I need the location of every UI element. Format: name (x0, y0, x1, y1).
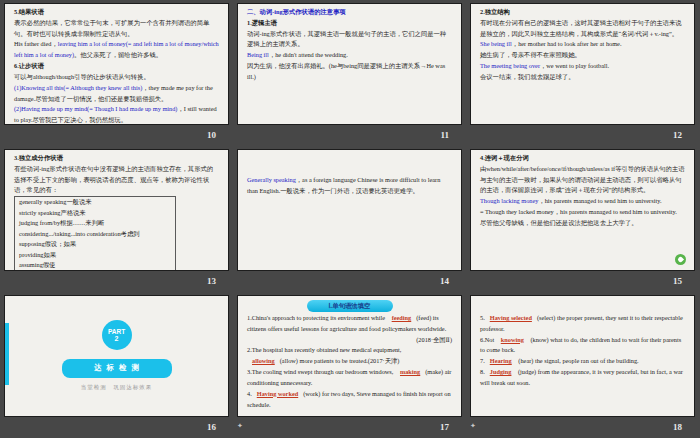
slide-meta: 15 (470, 274, 691, 287)
box-item: considering.../taking...into considerati… (19, 229, 171, 239)
box-item: assuming假使 (19, 260, 171, 270)
slide-meta: 12 (470, 128, 691, 141)
answer-blank: making (395, 368, 425, 375)
text-segment: (2018·全国Ⅱ) (416, 336, 452, 343)
slide-paragraph: 由when/while/after/before/once/if/though/… (480, 164, 685, 196)
slide-paragraph: 4.Having worked(work) for two days, Stev… (247, 389, 452, 411)
slide-paragraph: 4.连词＋现在分词 (480, 153, 685, 164)
slide-number: 12 (673, 130, 682, 140)
slide-paragraph: 会议一结束，我们就去踢足球了。 (480, 72, 685, 83)
section-title-button[interactable]: 达标检测 (62, 359, 172, 378)
answer-blank: Judging (485, 368, 517, 375)
text-segment: 由when/while/after/before/once/if/though/… (480, 165, 684, 194)
slide-paragraph: 2.The hospital has recently obtained new… (247, 345, 452, 367)
text-segment: (2)Having made up my mind(= Though I had… (14, 105, 177, 112)
slide-paragraph: She being ill，her mother had to look aft… (480, 39, 685, 50)
answer-blank: Hearing (485, 357, 517, 364)
transition-star-icon[interactable]: ✦ (237, 423, 243, 430)
slide-thumbnail-11[interactable]: 二、动词-ing形式作状语的注意事项1.逻辑主语动词-ing形式作状语，其逻辑主… (237, 3, 462, 125)
box-item: supposing假设；如果 (19, 239, 171, 249)
comment-adverbial-box: generally speaking一般说来strictly speaking严… (14, 196, 176, 271)
section-badge: Ⅰ.单句语法填空 (307, 300, 393, 312)
slide-meta: 10 (4, 128, 225, 141)
slide-paragraph: Though lacking money，his parents managed… (480, 196, 685, 207)
slide-thumbnail-10[interactable]: 5.结果状语表示必然的结果，它常常位于句末，可扩展为一个含有并列谓语的简单句。有… (4, 3, 229, 125)
text-segment: ，her mother had to look after her at hom… (512, 40, 622, 47)
part-badge: PART2 (102, 320, 132, 350)
text-segment: ，he didn't attend the wedding. (269, 51, 348, 58)
slide-paragraph: His father died，leaving him a lot of mon… (14, 39, 219, 61)
slide-cell: 4.连词＋现在分词由when/while/after/before/once/i… (466, 146, 700, 292)
slide-paragraph: 有时现在分词有自己的逻辑主语，这时其逻辑主语相对于句子的主语来说是独立的，因此又… (480, 18, 685, 40)
slide-cell: 二、动词-ing形式作状语的注意事项1.逻辑主语动词-ing形式作状语，其逻辑主… (233, 0, 466, 146)
slide-paragraph: 3.The cooling wind swept through our bed… (247, 367, 452, 389)
text-segment: 表示必然的结果，它常常位于句末，可扩展为一个含有并列谓语的简单句。有时也可以转换… (14, 19, 209, 37)
text-segment: 6.Not (480, 336, 496, 343)
text-segment: ，his parents managed to send him to univ… (538, 197, 661, 204)
slide-cell: 2.独立结构有时现在分词有自己的逻辑主语，这时其逻辑主语相对于句子的主语来说是独… (466, 0, 700, 146)
text-segment: ，we went to play football. (540, 62, 609, 69)
slide-sorter-grid: 5.结果状语表示必然的结果，它常常位于句末，可扩展为一个含有并列谓语的简单句。有… (0, 0, 700, 438)
slide-meta: 13 (4, 274, 225, 287)
slide-number: 11 (440, 130, 449, 140)
text-segment: She being ill (480, 40, 512, 47)
leaf-glyph (677, 256, 684, 263)
slide-thumbnail-17[interactable]: Ⅰ.单句语法填空1.China's approach to protecting… (237, 295, 462, 417)
text-segment: 3.The cooling wind swept through our bed… (247, 368, 395, 375)
slide-thumbnail-18[interactable]: 5.Having selected(select) the proper pre… (470, 295, 695, 417)
slide-meta: ✦18 (470, 420, 691, 433)
answer-blank: allowing (247, 357, 280, 364)
text-segment: 动词-ing形式作状语，其逻辑主语一般就是句子的主语，它们之间是一种逻辑上的主谓… (247, 30, 446, 48)
box-item: generally speaking一般说来 (19, 197, 171, 207)
text-segment: 因为生病，他没有出席婚礼。(he与being间是逻辑上的主谓关系→He was … (247, 62, 445, 80)
slide-meta: ✦17 (237, 420, 458, 433)
slide-number: 16 (207, 422, 216, 432)
text-segment: 4.连词＋现在分词 (480, 154, 529, 161)
text-segment: 1.China's approach to protecting its env… (247, 314, 387, 321)
text-segment: 有时现在分词有自己的逻辑主语，这时其逻辑主语相对于句子的主语来说是独立的，因此又… (480, 19, 682, 37)
slide-paragraph: (2018·全国Ⅱ) (247, 335, 452, 346)
text-segment: 尽管他父母缺钱，但是他们还是设法把他送去上大学了。 (480, 219, 637, 226)
slide-thumbnail-14[interactable]: Generally speaking，as a foreign language… (237, 149, 462, 271)
slide-number: 17 (440, 422, 449, 432)
slide-number: 15 (673, 276, 682, 286)
slide-paragraph: 3.独立成分作状语 (14, 153, 219, 164)
slide-number: 10 (207, 130, 216, 140)
slide-paragraph: Generally speaking，as a foreign language… (247, 175, 452, 197)
slide-thumbnail-15[interactable]: 4.连词＋现在分词由when/while/after/before/once/i… (470, 149, 695, 271)
text-segment: 2.The hospital has recently obtained new… (247, 346, 401, 353)
answer-blank: knowing (496, 336, 529, 343)
slide-paragraph: 5.Having selected(select) the proper pre… (480, 313, 685, 335)
text-segment: 1.逻辑主语 (247, 19, 277, 26)
slide-paragraph: 有些动词-ing形式作状语在句中没有逻辑上的主语而独立存在，其形式的选择不受上下… (14, 164, 219, 196)
text-segment: Generally speaking (247, 176, 296, 183)
slide-paragraph: 8.Judging (judge) from the appearance, i… (480, 367, 685, 389)
slide-cell: 5.结果状语表示必然的结果，它常常位于句末，可扩展为一个含有并列谓语的简单句。有… (0, 0, 233, 146)
slide-paragraph: 7.Hearing (hear) the signal, people ran … (480, 356, 685, 367)
slide-paragraph: = Though they lacked money，his parents m… (480, 207, 685, 218)
slide-number: 18 (673, 422, 682, 432)
box-item: strictly speaking严格说来 (19, 208, 171, 218)
box-item: judging from/by根据……来判断 (19, 218, 171, 228)
text-segment: 有些动词-ing形式作状语在句中没有逻辑上的主语而独立存在，其形式的选择不受上下… (14, 165, 213, 194)
transition-star-icon[interactable]: ✦ (470, 423, 476, 430)
answer-blank: Having worked (252, 390, 303, 397)
accent-bar (5, 323, 9, 385)
text-segment: 她生病了，母亲不得不在家照顾她。 (480, 51, 581, 58)
slide-paragraph: (1)Knowing all this(= Although they knew… (14, 83, 219, 105)
slide-thumbnail-13[interactable]: 3.独立成分作状语有些动词-ing形式作状语在句中没有逻辑上的主语而独立存在，其… (4, 149, 229, 271)
return-icon[interactable] (675, 254, 686, 265)
slide-thumbnail-12[interactable]: 2.独立结构有时现在分词有自己的逻辑主语，这时其逻辑主语相对于句子的主语来说是独… (470, 3, 695, 125)
text-segment: 。他父亲死了，留给他许多钱。 (74, 51, 162, 58)
text-segment: 二、动词-ing形式作状语的注意事项 (247, 8, 346, 15)
part-label: PART (108, 328, 125, 335)
text-segment: (hear) the signal, people ran out of the… (517, 357, 639, 364)
text-segment: 2.独立结构 (480, 8, 510, 15)
slide-paragraph: 可以与although/though引导的让步状语从句转换。 (14, 72, 219, 83)
box-item: providing如果 (19, 250, 171, 260)
text-segment: 6.让步状语 (14, 62, 44, 69)
slide-meta: 16 (4, 420, 225, 433)
slide-thumbnail-16[interactable]: PART2达标检测当堂检测 巩固达标效果 (4, 295, 229, 417)
slide-meta: 11 (237, 128, 458, 141)
slide-paragraph: 2.独立结构 (480, 7, 685, 18)
